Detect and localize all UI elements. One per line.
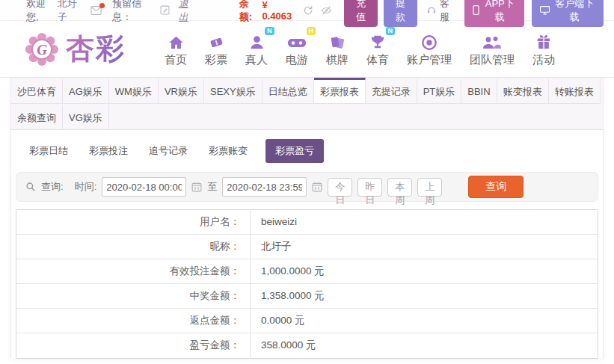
query-submit-button[interactable]: 查询: [468, 176, 524, 198]
reserved-info-label: 预留信息：: [112, 0, 156, 24]
username: 北圩子: [58, 0, 84, 24]
nav-item-egames[interactable]: H 电游: [286, 31, 308, 67]
tab-sexy[interactable]: SEXY娱乐: [204, 78, 263, 104]
hide-balance-eye-off-icon[interactable]: [321, 5, 332, 16]
tab-lottery-report[interactable]: 彩票报表: [314, 78, 366, 104]
tab-deposit-withdraw-records[interactable]: 充提记录: [366, 78, 417, 104]
profit-report-table: 用户名： beiweizi 昵称： 北圩子 有效投注金额： 1,000.0000…: [16, 209, 598, 359]
refresh-balance-icon[interactable]: [303, 5, 313, 16]
header: G 杏彩 首页 彩票 N 真人 H: [0, 21, 614, 78]
nav-item-account-management[interactable]: 账户管理: [407, 31, 452, 67]
main-nav: 首页 彩票 N 真人 H 电游 棋牌: [165, 31, 555, 67]
withdraw-button[interactable]: 提款: [384, 0, 417, 27]
tab-saba-sports[interactable]: 沙巴体育: [11, 78, 63, 104]
headset-icon: [426, 5, 437, 15]
balance-value: ¥ 0.4063: [263, 0, 296, 22]
gamepad-icon: H: [287, 31, 307, 51]
nav-item-lottery[interactable]: 彩票: [205, 31, 227, 67]
nav-item-team-management[interactable]: 团队管理: [470, 31, 515, 67]
nav-label: 体育: [366, 53, 389, 67]
gift-icon: [535, 31, 552, 51]
app-download-button[interactable]: APP下载: [464, 0, 524, 27]
message-envelope-icon[interactable]: [90, 6, 102, 15]
quick-last-week-button[interactable]: 上周: [417, 178, 442, 197]
nav-label: 电游: [286, 53, 308, 67]
main-panel: 沙巴体育 AG娱乐 WM娱乐 VR娱乐 SEXY娱乐 日结总览 彩票报表 充提记…: [10, 78, 604, 359]
row-value: 358.0000 元: [251, 333, 598, 358]
quick-this-week-button[interactable]: 本周: [387, 178, 412, 197]
badge-n: N: [265, 27, 274, 35]
tab-ag[interactable]: AG娱乐: [63, 78, 109, 104]
subtab-lottery-daily[interactable]: 彩票日结: [26, 139, 71, 163]
nav-label: 真人: [245, 53, 268, 67]
subtab-chase-records[interactable]: 追号记录: [146, 139, 191, 163]
tab-daily-summary[interactable]: 日结总览: [263, 78, 314, 104]
tab-wm[interactable]: WM娱乐: [109, 78, 159, 104]
nav-label: 首页: [165, 53, 187, 67]
nav-label: 账户管理: [407, 53, 452, 67]
row-value: 北圩子: [251, 235, 598, 259]
nav-item-sports[interactable]: N 体育: [366, 31, 389, 67]
edit-icon[interactable]: [160, 5, 170, 15]
row-label: 盈亏金额：: [16, 333, 251, 358]
nav-label: 棋牌: [326, 53, 349, 67]
brand-name: 杏彩: [66, 30, 126, 68]
nav-item-promotions[interactable]: 活动: [532, 31, 555, 67]
time-label: 时间:: [75, 180, 97, 194]
table-row-profit-loss: 盈亏金额： 358.0000 元: [16, 333, 598, 358]
phone-icon: [473, 5, 479, 15]
search-icon: [25, 182, 36, 192]
badge-h: H: [307, 27, 316, 35]
nav-item-chess-cards[interactable]: 棋牌: [326, 31, 349, 67]
trophy-icon: N: [369, 31, 386, 51]
topbar: 欢迎您, 北圩子 预留信息： 退出 余额: ¥ 0.4063 充值 提款 客服 …: [0, 0, 614, 21]
account-circle-icon: [421, 31, 438, 51]
table-row-winnings: 中奖金额： 1,358.0000 元: [16, 284, 598, 309]
nav-item-live-casino[interactable]: N 真人: [245, 31, 268, 67]
query-label: 查询:: [41, 180, 64, 194]
tab-account-change-report[interactable]: 账变报表: [497, 78, 549, 104]
client-download-button[interactable]: 客户端下载: [532, 0, 603, 27]
customer-service-link[interactable]: 客服: [426, 0, 455, 24]
row-value: 0.0000 元: [251, 309, 598, 333]
row-value: beiweizi: [251, 210, 598, 234]
home-icon: [168, 31, 185, 51]
quick-today-button[interactable]: 今日: [328, 178, 352, 197]
calendar-icon[interactable]: [312, 182, 322, 192]
client-download-label: 客户端下载: [553, 0, 595, 24]
nav-label: 活动: [532, 53, 555, 67]
notification-dot: [99, 3, 105, 8]
lottery-subtabs: 彩票日结 彩票投注 追号记录 彩票账变 彩票盈亏: [11, 130, 603, 170]
row-value: 1,000.0000 元: [251, 259, 598, 283]
customer-service-label: 客服: [440, 0, 455, 24]
row-label: 昵称：: [16, 235, 251, 259]
subtab-lottery-account-change[interactable]: 彩票账变: [206, 139, 251, 163]
tab-balance-query[interactable]: 余额查询: [11, 104, 63, 129]
quick-yesterday-button[interactable]: 昨日: [357, 178, 382, 197]
subtab-lottery-profit[interactable]: 彩票盈亏: [265, 139, 324, 163]
balance-label: 余额:: [239, 0, 260, 24]
end-time-input[interactable]: [222, 177, 307, 197]
recharge-button[interactable]: 充值: [344, 0, 378, 27]
tab-vg[interactable]: VG娱乐: [63, 104, 109, 129]
tab-row-filler: [601, 78, 603, 104]
tab-vr[interactable]: VR娱乐: [159, 78, 204, 104]
report-tabs: 沙巴体育 AG娱乐 WM娱乐 VR娱乐 SEXY娱乐 日结总览 彩票报表 充提记…: [11, 78, 603, 130]
tab-pt[interactable]: PT娱乐: [417, 78, 462, 104]
row-label: 有效投注金额：: [16, 259, 251, 283]
table-row-rebate: 返点金额： 0.0000 元: [16, 309, 598, 333]
nav-item-home[interactable]: 首页: [165, 31, 187, 67]
row-value: 1,358.0000 元: [251, 284, 598, 308]
flower-logo-icon: G: [24, 31, 60, 67]
person-icon: N: [248, 31, 265, 51]
logout-link[interactable]: 退出: [179, 0, 196, 24]
brand-logo[interactable]: G 杏彩: [24, 30, 144, 68]
ticket-icon: [208, 31, 225, 51]
tab-transfer-report[interactable]: 转账报表: [549, 78, 601, 104]
calendar-icon[interactable]: [191, 182, 202, 192]
tab-bbin[interactable]: BBIN: [461, 78, 497, 104]
start-time-input[interactable]: [102, 177, 186, 197]
nav-label: 彩票: [205, 53, 227, 67]
subtab-lottery-bets[interactable]: 彩票投注: [86, 139, 131, 163]
row-label: 用户名：: [16, 210, 251, 234]
